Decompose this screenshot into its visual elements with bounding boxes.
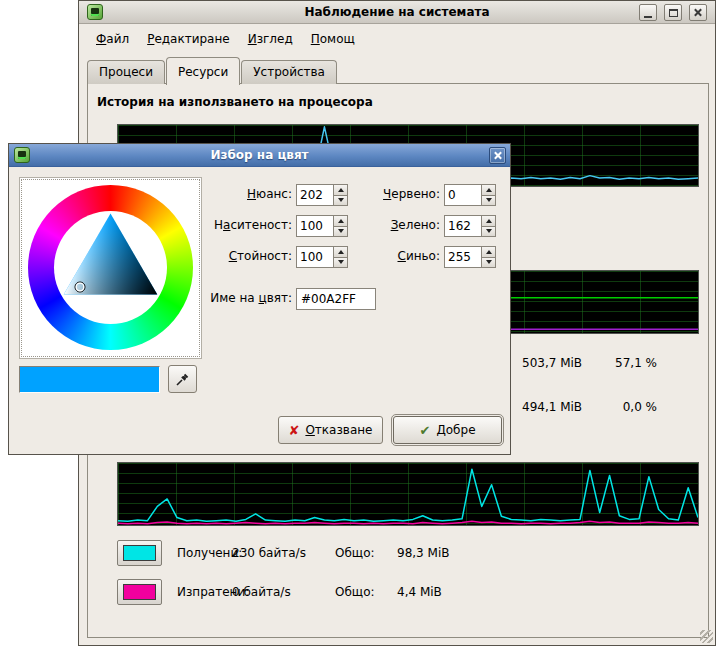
arrow-up-icon	[486, 219, 492, 223]
maximize-icon	[669, 9, 678, 17]
arrow-up-icon	[338, 250, 344, 254]
ok-icon: ✔	[419, 424, 430, 437]
menubar: Файл Редактиране Изглед Помощ	[87, 26, 364, 51]
menu-view[interactable]: Изглед	[239, 28, 302, 50]
value-label: Стойност:	[200, 249, 292, 263]
menu-help[interactable]: Помощ	[302, 28, 364, 50]
received-total-label: Общо:	[335, 546, 375, 560]
received-total: 98,3 MiB	[397, 546, 449, 560]
sent-total-label: Общо:	[335, 585, 375, 599]
saturation-input[interactable]	[296, 215, 333, 237]
resize-grip[interactable]	[700, 630, 713, 643]
cancel-icon: ✘	[289, 424, 300, 437]
arrow-up-icon	[338, 188, 344, 192]
notebook-tabs: Процеси Ресурси Устройства	[87, 56, 338, 84]
red-spin-down[interactable]	[481, 196, 496, 207]
arrow-up-icon	[338, 219, 344, 223]
hue-spinner[interactable]	[296, 184, 348, 206]
main-titlebar[interactable]: Наблюдение на системата	[79, 1, 715, 24]
cpu-section-title: История на използването на процесора	[97, 95, 373, 109]
red-spinner[interactable]	[444, 184, 496, 206]
network-chart-canvas	[118, 463, 698, 525]
sent-rate: 0 байта/s	[232, 585, 291, 599]
eyedropper-icon	[175, 372, 190, 387]
hue-spin-up[interactable]	[333, 184, 348, 196]
close-icon	[694, 8, 703, 17]
arrow-down-icon	[338, 198, 344, 202]
eyedropper-button[interactable]	[168, 365, 197, 393]
arrow-down-icon	[338, 260, 344, 264]
dialog-title: Избор на цвят	[9, 148, 510, 162]
menu-file[interactable]: Файл	[87, 28, 138, 50]
green-input[interactable]	[444, 215, 481, 237]
color-name-label: Име на цвят:	[200, 291, 292, 305]
arrow-down-icon	[486, 260, 492, 264]
network-history-chart	[117, 462, 699, 526]
swap-value: 494,1 MiB	[522, 400, 602, 414]
color-name-input[interactable]	[296, 288, 376, 310]
value-spin-up[interactable]	[333, 246, 348, 258]
ok-button[interactable]: ✔ Добре	[393, 416, 502, 444]
saturation-spin-down[interactable]	[333, 227, 348, 238]
cancel-button[interactable]: ✘ Отказване	[278, 416, 383, 444]
saturation-label: Наситеност:	[200, 218, 292, 232]
sent-color-swatch	[123, 584, 156, 600]
dialog-close-icon	[493, 151, 502, 160]
dialog-close-button[interactable]	[489, 147, 506, 164]
hsv-triangle[interactable]	[28, 185, 193, 350]
green-spinner[interactable]	[444, 215, 496, 237]
dialog-titlebar[interactable]: Избор на цвят	[9, 144, 510, 167]
minimize-icon	[644, 16, 652, 18]
arrow-down-icon	[486, 229, 492, 233]
value-spin-down[interactable]	[333, 258, 348, 269]
value-spinner[interactable]	[296, 246, 348, 268]
blue-spinner[interactable]	[444, 246, 496, 268]
blue-input[interactable]	[444, 246, 481, 268]
saturation-spinner[interactable]	[296, 215, 348, 237]
blue-spin-up[interactable]	[481, 246, 496, 258]
swap-percent: 0,0 %	[604, 400, 657, 414]
arrow-up-icon	[486, 188, 492, 192]
value-input[interactable]	[296, 246, 333, 268]
sent-color-button[interactable]	[117, 579, 162, 605]
color-preview	[19, 366, 160, 393]
maximize-button[interactable]	[664, 4, 682, 21]
memory-value: 503,7 MiB	[522, 356, 602, 370]
red-input[interactable]	[444, 184, 481, 206]
minimize-button[interactable]	[639, 4, 657, 21]
tab-resources[interactable]: Ресурси	[166, 57, 240, 85]
received-color-button[interactable]	[117, 540, 162, 566]
hue-input[interactable]	[296, 184, 333, 206]
color-picker-dialog: Избор на цвят	[8, 143, 511, 455]
ok-button-label: Добре	[436, 423, 475, 437]
hue-label: Нюанс:	[200, 187, 292, 201]
memory-percent: 57,1 %	[604, 356, 657, 370]
green-label: Зелено:	[359, 218, 440, 232]
blue-spin-down[interactable]	[481, 258, 496, 269]
tab-processes[interactable]: Процеси	[87, 60, 165, 84]
menu-edit[interactable]: Редактиране	[138, 28, 239, 50]
received-color-swatch	[123, 545, 156, 561]
hsv-wheel-frame	[19, 177, 202, 359]
blue-label: Синьо:	[359, 249, 440, 263]
received-rate: 230 байта/s	[232, 546, 306, 560]
green-spin-up[interactable]	[481, 215, 496, 227]
arrow-down-icon	[338, 229, 344, 233]
hue-spin-down[interactable]	[333, 196, 348, 207]
arrow-up-icon	[486, 250, 492, 254]
cancel-button-label: Отказване	[305, 423, 372, 437]
green-spin-down[interactable]	[481, 227, 496, 238]
sent-total: 4,4 MiB	[397, 585, 442, 599]
main-window-title: Наблюдение на системата	[79, 5, 715, 19]
red-spin-up[interactable]	[481, 184, 496, 196]
arrow-down-icon	[486, 198, 492, 202]
close-button[interactable]	[689, 4, 707, 21]
saturation-spin-up[interactable]	[333, 215, 348, 227]
red-label: Червено:	[359, 187, 440, 201]
tab-devices[interactable]: Устройства	[241, 60, 337, 84]
screen: Наблюдение на системата Файл Редактиране…	[0, 0, 717, 647]
